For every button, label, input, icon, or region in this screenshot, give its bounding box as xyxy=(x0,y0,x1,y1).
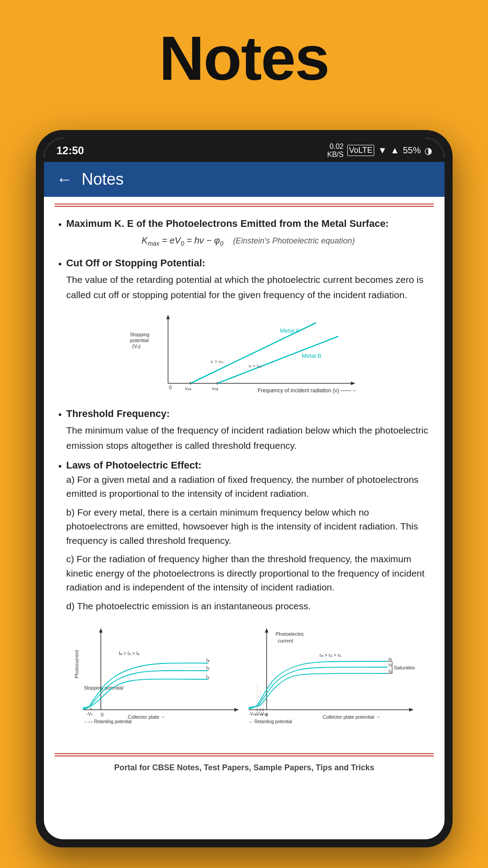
svg-text:Photoelectric: Photoelectric xyxy=(276,631,304,637)
graph-svg-1: Stopping potential (V₀) Frequency of inc… xyxy=(128,309,361,399)
formula-note-einstein: (Einstein's Photoelectric equation) xyxy=(233,236,355,245)
law-d: d) The photoelectric emission is an inst… xyxy=(66,599,430,613)
battery-percent: 55% xyxy=(403,145,421,156)
svg-text:r₁: r₁ xyxy=(389,668,392,673)
svg-text:0: 0 xyxy=(169,385,172,390)
footer-text: Portal for CBSE Notes, Test Papers, Samp… xyxy=(44,760,445,780)
back-button[interactable]: ← xyxy=(56,170,73,189)
svg-text:ν₀₁: ν₀₁ xyxy=(185,386,191,391)
svg-text:-V₀: -V₀ xyxy=(86,712,93,716)
bottom-decoration-lines xyxy=(44,748,445,760)
svg-text:I₃: I₃ xyxy=(206,657,209,663)
law-d-label: d) xyxy=(66,601,77,611)
text-threshold: The minimum value of the frequency of in… xyxy=(66,423,430,453)
bullet-content-2: Cut Off or Stopping Potential: The value… xyxy=(66,256,430,302)
page-main-title: Notes xyxy=(159,23,329,93)
law-c-label: c) xyxy=(66,554,77,564)
svg-text:Metal A: Metal A xyxy=(280,327,300,334)
law-c-text: For the radiation of frequency higher th… xyxy=(66,554,425,592)
graph-photoelectric-laws: Photocurrent 0 Collector plate → Stoppin… xyxy=(58,625,430,732)
signal-icon: ▲ xyxy=(390,145,399,156)
svg-marker-21 xyxy=(99,628,103,633)
law-a: a) For a given metal and a radiation of … xyxy=(66,473,430,501)
heading-threshold: Threshold Frequency: xyxy=(66,408,170,419)
svg-text:ν > ν₀: ν > ν₀ xyxy=(249,363,262,369)
svg-marker-36 xyxy=(265,628,268,633)
law-c: c) For the radiation of frequency higher… xyxy=(66,552,430,595)
law-a-text: For a given metal and a radiation of fix… xyxy=(66,474,419,499)
svg-text:Metal B: Metal B xyxy=(302,352,321,359)
bullet-content-1: Maximum K. E of the Photoelectrons Emitt… xyxy=(66,216,430,251)
svg-text:r₃ > r₂ > r₁: r₃ > r₂ > r₁ xyxy=(320,652,341,658)
volte-icon: VoLTE xyxy=(347,145,375,156)
graph-stopping-potential: Stopping potential (V₀) Frequency of inc… xyxy=(58,309,430,399)
bullet-dot-1: • xyxy=(58,216,62,251)
law-b: b) For every metal, there is a certain m… xyxy=(66,505,430,548)
svg-text:←— Retarding potential: ←— Retarding potential xyxy=(84,719,132,724)
status-data-speed: 0.02 KB/S xyxy=(327,143,343,158)
top-decoration-lines xyxy=(44,197,445,212)
text-cutoff: The value of the retarding potential at … xyxy=(66,272,430,302)
bullet-content-3: Threshold Frequency: The minimum value o… xyxy=(66,406,430,453)
svg-line-11 xyxy=(217,336,338,383)
content-area[interactable]: • Maximum K. E of the Photoelectrons Emi… xyxy=(44,197,445,839)
svg-marker-37 xyxy=(409,708,414,712)
svg-text:r₃: r₃ xyxy=(389,656,392,661)
bullet-dot-4: • xyxy=(58,458,62,618)
phone-frame: 12:50 0.02 KB/S VoLTE ▼ ▲ 55% ◑ ← Notes xyxy=(36,130,453,847)
svg-text:Collector plate potential →: Collector plate potential → xyxy=(323,714,380,720)
status-time: 12:50 xyxy=(56,144,84,157)
svg-text:I₁: I₁ xyxy=(206,674,209,679)
svg-marker-2 xyxy=(166,315,170,319)
bullet-item-3: • Threshold Frequency: The minimum value… xyxy=(58,406,430,453)
svg-text:I₃ > I₂ > I₁: I₃ > I₂ > I₁ xyxy=(119,651,139,656)
law-b-text: For every metal, there is a certain mini… xyxy=(66,507,418,546)
svg-text:← Retarding potential: ← Retarding potential xyxy=(249,719,292,724)
law-b-label: b) xyxy=(66,507,78,517)
svg-text:ν > ν₀: ν > ν₀ xyxy=(211,359,224,364)
wifi-icon: ▼ xyxy=(378,145,387,156)
app-bar: ← Notes xyxy=(44,162,445,197)
law-d-text: The photoelectric emission is an instant… xyxy=(77,601,311,611)
status-bar: 12:50 0.02 KB/S VoLTE ▼ ▲ 55% ◑ xyxy=(44,138,445,162)
svg-text:r₂: r₂ xyxy=(389,662,392,667)
notes-content: • Maximum K. E of the Photoelectrons Emi… xyxy=(44,212,445,748)
bullet-item-4: • Laws of Photoelectric Effect: a) For a… xyxy=(58,458,430,618)
svg-marker-22 xyxy=(234,708,239,712)
svg-text:(V₀): (V₀) xyxy=(132,343,141,349)
status-right: 0.02 KB/S VoLTE ▼ ▲ 55% ◑ xyxy=(327,143,432,158)
bullet-item-1: • Maximum K. E of the Photoelectrons Emi… xyxy=(58,216,430,251)
bullet-dot-3: • xyxy=(58,406,62,453)
svg-text:Saturation current: Saturation current xyxy=(394,665,415,670)
heading-laws: Laws of Photoelectric Effect: xyxy=(66,460,202,471)
formula-max-ke: Kmax = eV0 = hν − φ0 (Einstein's Photoel… xyxy=(66,231,430,251)
phone-screen: 12:50 0.02 KB/S VoLTE ▼ ▲ 55% ◑ ← Notes xyxy=(44,138,445,839)
heading-cutoff: Cut Off or Stopping Potential: xyxy=(66,257,205,269)
svg-text:current: current xyxy=(278,638,293,643)
app-bar-title: Notes xyxy=(82,170,124,189)
battery-icon: ◑ xyxy=(424,145,432,156)
bullet-content-4: Laws of Photoelectric Effect: a) For a g… xyxy=(66,458,430,618)
heading-max-ke: Maximum K. E of the Photoelectrons Emitt… xyxy=(66,218,389,229)
svg-text:Frequency of incident radiatio: Frequency of incident radiation (ν) ——→ xyxy=(258,387,357,394)
svg-text:ν₀₂: ν₀₂ xyxy=(212,386,218,391)
svg-text:Collector plate →: Collector plate → xyxy=(128,714,165,720)
svg-text:I₂: I₂ xyxy=(206,665,209,670)
svg-text:Photocurrent: Photocurrent xyxy=(74,650,79,678)
svg-marker-3 xyxy=(351,382,355,385)
svg-text:0: 0 xyxy=(101,712,104,717)
law-a-label: a) xyxy=(66,474,78,485)
page-title-area: Notes xyxy=(0,0,488,108)
bullet-item-2: • Cut Off or Stopping Potential: The val… xyxy=(58,256,430,302)
svg-text:-V₀₁: -V₀₁ xyxy=(259,712,268,716)
svg-text:potential: potential xyxy=(130,338,149,343)
graph-svg-2: Photocurrent 0 Collector plate → Stoppin… xyxy=(74,625,415,732)
bullet-dot-2: • xyxy=(58,256,62,302)
svg-text:Stopping: Stopping xyxy=(130,332,149,337)
